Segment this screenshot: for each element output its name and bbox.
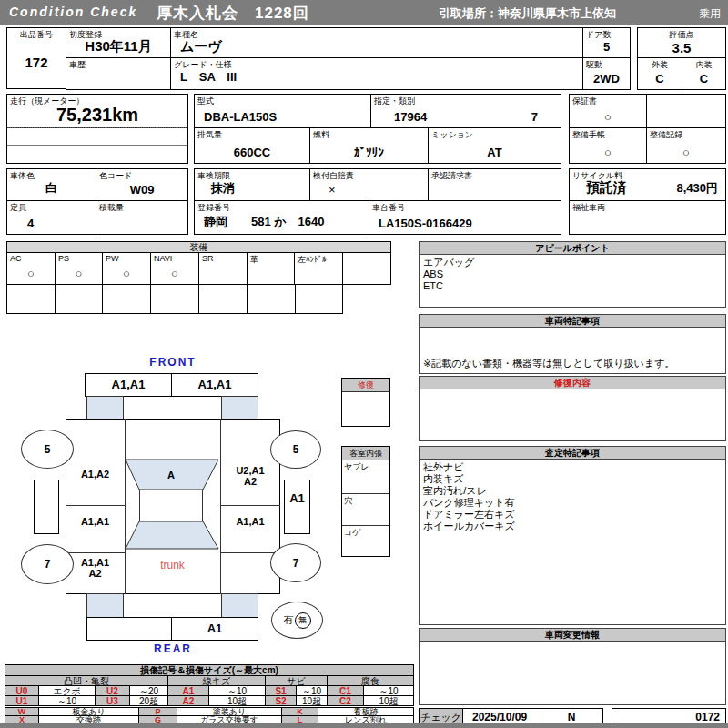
legend-size: 10超	[209, 695, 266, 706]
equipment-mark: ○	[151, 267, 198, 280]
assessment-line: 内装キズ	[423, 473, 722, 485]
left-quarter-code: A1,A1	[66, 557, 125, 568]
exterior-grade-label: 外装	[638, 59, 682, 71]
transmission-value: AT	[429, 146, 561, 159]
equipment-empty-row	[6, 284, 343, 314]
color-code-label: 色コード	[99, 170, 132, 182]
legend-code: A2	[168, 695, 209, 706]
wheel-front-right: 5	[270, 430, 321, 469]
load-label: 積載量	[99, 202, 124, 214]
doors-cell: ドア数 5	[582, 27, 631, 58]
usage-type: 乗用	[699, 6, 721, 22]
right-rear-door-code: A1,A1	[220, 516, 280, 527]
registration-number-label: 登録番号	[197, 202, 230, 214]
equipment-label: PW	[106, 254, 119, 263]
wheel-grade: 5	[293, 443, 299, 456]
check-mark: N	[541, 711, 602, 723]
transmission-label: ミッション	[431, 129, 473, 141]
inspection-cell: 車検期限 抹消	[194, 168, 310, 201]
appeal-line: ABS	[423, 268, 722, 280]
displacement-value: 660CC	[195, 146, 309, 159]
score-value: 3.5	[638, 40, 725, 56]
legend-code: U3	[96, 695, 130, 706]
title-bar: Condition Check 厚木入札会 1228回 引取場所：神奈川県厚木市…	[0, 0, 728, 25]
assessment-line: パンク修理キット有	[423, 497, 722, 509]
mileage-value: 75,231km	[7, 105, 187, 126]
left-quarter-code2: A2	[66, 568, 125, 579]
front-label: FRONT	[127, 356, 218, 369]
equipment-label: 左ﾊﾝﾄﾞﾙ	[298, 254, 327, 266]
drive-cell: 駆動 2WD	[582, 57, 631, 90]
legend-code: S2	[266, 695, 297, 706]
check-date: 2025/10/09	[472, 711, 527, 723]
appeal-line: エアバッグ	[423, 257, 722, 268]
appeal-points-header: アピールポイント	[420, 242, 725, 255]
chassis-number-cell: 車台番号 LA150S-0166429	[369, 200, 561, 235]
model-code-label: 型式	[197, 96, 214, 107]
exterior-grade-value: C	[638, 72, 682, 86]
assessment-line: ホイールカバーキズ	[423, 521, 722, 532]
insurance-cell: 検付自賠責 ×	[309, 168, 429, 201]
vehicle-notes-footnote: ※記載のない書類・機器等は無しとして取り扱います。	[420, 356, 725, 371]
color-code-cell: 色コード W09	[96, 168, 188, 201]
maintenance-record-cell: 整備記録 ○	[646, 127, 726, 164]
equipment-col-lhd: 左ﾊﾝﾄﾞﾙ	[294, 252, 343, 285]
first-registration-cell: 初度登録 H30年11月	[66, 27, 171, 58]
equipment-mark: ○	[7, 267, 55, 280]
interior-grade-label: 内装	[682, 59, 725, 71]
capacity-cell: 定員 4	[6, 200, 96, 235]
wheel-grade: 5	[45, 443, 51, 456]
equipment-label: NAVI	[154, 254, 172, 263]
trunk-label: trunk	[125, 559, 220, 571]
exterior-grade-cell: 外装 C	[637, 57, 682, 90]
rear-glass-shape	[126, 521, 218, 549]
wheel-grade: 7	[293, 557, 299, 570]
lot-number-value: 172	[7, 55, 66, 70]
color-code-value: W09	[96, 183, 187, 197]
equipment-col-ac: AC ○	[6, 252, 56, 285]
right-front-door-code: U2,A1	[221, 465, 279, 476]
grade-value: L SA III	[171, 69, 582, 86]
legend-code: C2	[328, 695, 364, 706]
warranty-label: 保証書	[572, 96, 597, 107]
check-date-cell: 2025/10/09 N	[462, 708, 603, 724]
chassis-number-label: 車台番号	[372, 202, 405, 214]
vehicle-notes-panel: 車両特記事項 ※記載のない書類・機器等は無しとして取り扱います。	[419, 314, 726, 374]
wheel-front-left: 5	[21, 430, 74, 469]
equipment-label: SR	[202, 254, 214, 263]
inspection-value: 抹消	[195, 180, 309, 197]
body-color-value: 白	[7, 180, 96, 197]
brand-logo: Condition Check	[9, 5, 137, 19]
doors-value: 5	[583, 40, 630, 54]
class-number-value2: 7	[531, 110, 538, 124]
legend-size: 20超	[130, 695, 168, 706]
first-registration-value: H30年11月	[66, 38, 170, 56]
lot-number-cell: 出品番号 172	[6, 27, 66, 89]
rear-label: REAR	[127, 642, 218, 655]
check-label-cell: チェック	[419, 708, 463, 724]
insurance-mark: ×	[310, 183, 428, 197]
equipment-col-leather: 革	[247, 252, 295, 285]
warranty-cell: 保証書 ○	[569, 94, 647, 128]
capacity-label: 定員	[10, 202, 26, 214]
legend-size: 10超	[364, 695, 414, 706]
insurance-label: 検付自賠責	[313, 170, 354, 182]
vehicle-change-header: 車両変更情報	[420, 629, 725, 642]
bottom-bar	[0, 723, 728, 728]
equipment-label: 革	[250, 254, 258, 266]
welfare-cell: 福祉車両	[569, 200, 726, 235]
equipment-mark: ○	[103, 267, 150, 280]
legend-size: ～10	[39, 695, 96, 706]
auction-condition-sheet: Condition Check 厚木入札会 1228回 引取場所：神奈川県厚木市…	[0, 0, 728, 728]
class-number-cell: 指定・類別 17964 7	[370, 94, 561, 128]
equipment-label: PS	[58, 254, 69, 263]
pickup-location: 引取場所：神奈川県厚木市上依知	[439, 5, 616, 22]
left-front-door-code: A1,A2	[66, 469, 125, 480]
equipment-col-blank	[342, 252, 391, 285]
wheel-grade: 7	[45, 558, 51, 571]
model-name-cell: 車種名 ムーヴ	[170, 27, 583, 58]
mileage-divider	[7, 127, 187, 128]
maintenance-book-cell: 整備手帳 ○	[569, 127, 647, 164]
equipment-col-ps: PS ○	[55, 252, 103, 285]
check-label: チェック	[420, 711, 462, 724]
